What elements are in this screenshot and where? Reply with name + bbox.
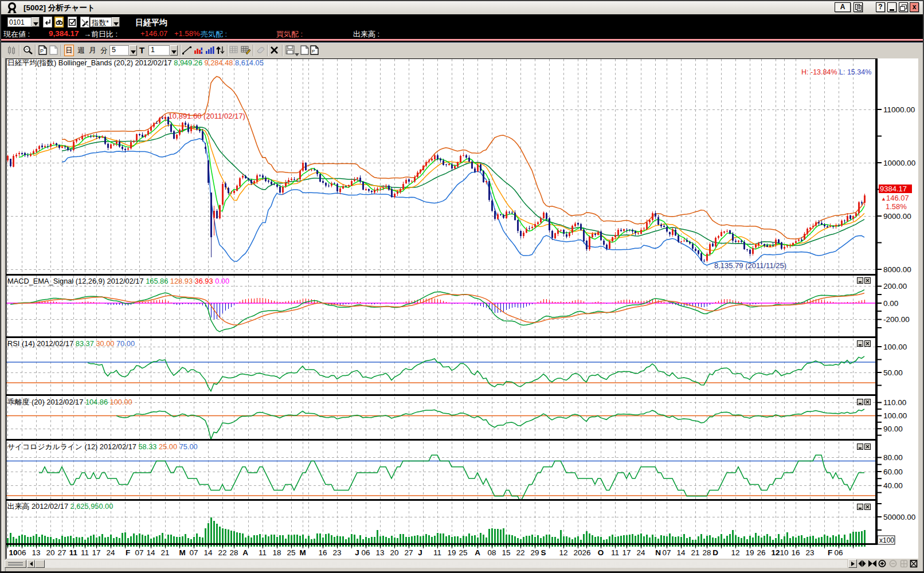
svg-text:F: F [126,548,130,557]
svg-text:21: 21 [160,548,169,557]
svg-text:60.00: 60.00 [883,468,903,476]
svg-text:13: 13 [32,548,40,557]
svg-text:20: 20 [46,548,54,557]
svg-text:24: 24 [106,548,115,557]
svg-text:20: 20 [390,548,398,557]
svg-text:9384.17: 9384.17 [880,185,907,193]
svg-text:27: 27 [57,548,66,557]
svg-text:H: -13.84%: H: -13.84% [801,68,837,76]
svg-text:A: A [242,548,248,557]
svg-text:26: 26 [582,548,590,557]
svg-text:28: 28 [229,548,238,557]
svg-text:18: 18 [272,548,281,557]
svg-text:25: 25 [459,548,467,557]
svg-text:07: 07 [135,548,143,557]
svg-text:10: 10 [9,548,17,557]
svg-text:12: 12 [559,548,567,557]
svg-text:14: 14 [203,548,213,557]
svg-text:12: 12 [771,548,780,557]
svg-text:O: O [598,548,604,557]
svg-text:28: 28 [702,548,711,557]
svg-text:F: F [828,548,832,557]
svg-text:MACD_EMA_Signal (12,26,9) 2012: MACD_EMA_Signal (12,26,9) 2012/02/17 165… [7,277,229,285]
svg-text:11: 11 [259,548,267,557]
svg-text:23: 23 [332,548,341,557]
svg-text:10: 10 [780,548,788,557]
svg-text:P: P [40,48,44,54]
svg-text:16: 16 [791,548,800,557]
svg-text:D: D [712,548,718,557]
svg-text:J: J [355,548,359,557]
svg-text:17: 17 [92,548,100,557]
svg-text:100.00: 100.00 [883,343,907,351]
svg-text:08: 08 [487,548,496,557]
svg-text:0.00: 0.00 [883,299,898,308]
svg-text:110.00: 110.00 [883,398,906,407]
svg-text:M: M [299,548,306,557]
svg-text:19: 19 [745,548,754,557]
svg-text:15: 15 [502,548,510,557]
svg-text:M: M [179,548,185,557]
svg-text:8,135.79 (2011/11/25): 8,135.79 (2011/11/25) [714,261,786,270]
svg-text:14: 14 [146,548,155,557]
svg-text:17: 17 [622,548,631,557]
svg-text:25: 25 [287,548,295,557]
svg-text:日経平均(指数) Bollinger_Bands (20,2: 日経平均(指数) Bollinger_Bands (20,2) 2012/02/… [7,58,264,67]
svg-text:07: 07 [189,548,198,557]
svg-text:A: A [475,548,480,557]
svg-text:11: 11 [433,548,441,557]
svg-text:06: 06 [17,548,26,557]
svg-text:06: 06 [834,548,843,557]
svg-text:11: 11 [81,548,89,557]
svg-text:200.00: 200.00 [883,282,907,291]
svg-text:-200.00: -200.00 [883,315,910,324]
svg-text:16: 16 [318,548,327,557]
svg-text:9000.00: 9000.00 [883,212,911,221]
svg-text:P: P [312,49,315,54]
svg-text:23: 23 [805,548,814,557]
svg-text:50.00: 50.00 [883,368,903,377]
svg-text:24: 24 [636,548,645,557]
svg-text:出来高 2012/02/17 2,625,950.00: 出来高 2012/02/17 2,625,950.00 [7,502,113,511]
svg-text:20: 20 [573,548,582,557]
svg-text:06: 06 [361,548,370,557]
svg-text:50000.00: 50000.00 [883,513,915,521]
svg-text:10000.00: 10000.00 [883,159,915,167]
svg-text:40.00: 40.00 [883,481,903,490]
svg-text:13: 13 [375,548,384,557]
svg-text:12: 12 [731,548,739,557]
svg-text:J: J [418,548,422,557]
svg-text:サイコロジカルライン (12) 2012/02/17 58.: サイコロジカルライン (12) 2012/02/17 58.33 25.00 7… [7,442,198,451]
svg-text:← 10,891.60 (2011/02/17): ← 10,891.60 (2011/02/17) [159,112,245,120]
svg-text:07: 07 [662,548,671,557]
svg-text:11: 11 [69,548,78,557]
svg-text:8000.00: 8000.00 [883,265,911,274]
svg-text:L: 15.34%: L: 15.34% [839,68,871,76]
svg-text:19: 19 [447,548,456,557]
svg-text:11: 11 [611,548,619,557]
svg-text:22: 22 [218,548,226,557]
svg-text:N: N [655,548,661,557]
svg-text:1.58%: 1.58% [886,202,907,211]
svg-text:21: 21 [691,548,699,557]
svg-text:RSI (14) 2012/02/17 83.37 30.0: RSI (14) 2012/02/17 83.37 30.00 70.00 [7,339,135,348]
svg-text:100.00: 100.00 [883,411,907,420]
svg-text:11000.00: 11000.00 [883,105,915,114]
svg-text:14: 14 [676,548,686,557]
svg-text:S: S [541,548,546,557]
svg-text:22: 22 [516,548,524,557]
svg-text:x100: x100 [879,536,894,544]
svg-text:26: 26 [757,548,765,557]
svg-text:27: 27 [404,548,413,557]
svg-text:乖離度 (20) 2012/02/17 104.86 100: 乖離度 (20) 2012/02/17 104.86 100.00 [7,398,132,406]
svg-text:80.00: 80.00 [883,453,903,462]
svg-text:29: 29 [530,548,539,557]
svg-text:90.00: 90.00 [883,425,903,433]
